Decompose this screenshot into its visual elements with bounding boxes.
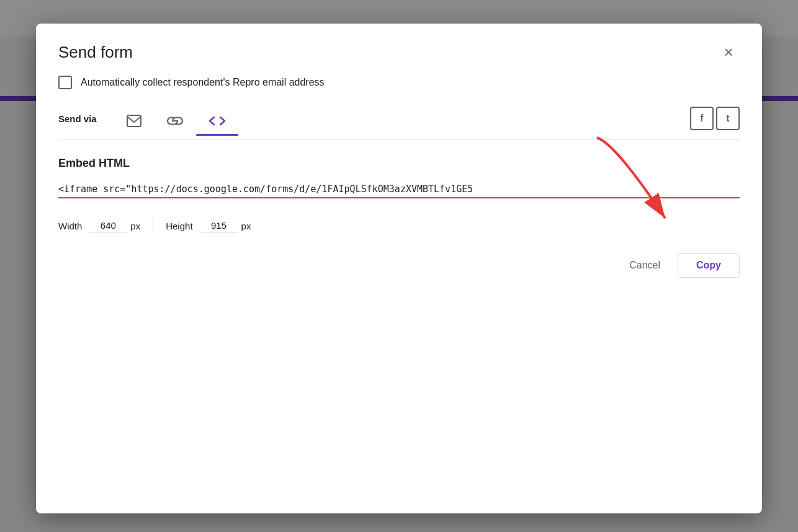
height-input[interactable] bbox=[200, 219, 238, 233]
width-input[interactable] bbox=[89, 219, 127, 233]
checkbox-row: Automatically collect respondent's Repro… bbox=[58, 76, 740, 89]
dimensions-row: Width px Height px bbox=[58, 218, 740, 233]
send-via-row: Send via bbox=[58, 107, 740, 140]
width-label: Width bbox=[58, 221, 82, 231]
modal-title: Send form bbox=[58, 43, 133, 62]
send-form-modal: Send form × Automatically collect respon… bbox=[36, 24, 762, 513]
tab-link[interactable] bbox=[154, 110, 196, 135]
width-unit: px bbox=[130, 221, 140, 231]
facebook-button[interactable]: f bbox=[690, 107, 714, 130]
send-via-label: Send via bbox=[58, 113, 97, 133]
cancel-button[interactable]: Cancel bbox=[617, 254, 673, 277]
close-button[interactable]: × bbox=[717, 41, 740, 63]
tab-embed[interactable] bbox=[196, 110, 238, 136]
embed-code-text: <iframe src="https://docs.google.com/for… bbox=[58, 184, 740, 198]
code-icon bbox=[208, 115, 226, 127]
facebook-icon: f bbox=[700, 113, 703, 124]
section-title: Embed HTML bbox=[58, 157, 740, 170]
height-label: Height bbox=[166, 221, 192, 231]
email-icon bbox=[127, 115, 141, 127]
twitter-button[interactable]: t bbox=[716, 107, 740, 130]
svg-rect-0 bbox=[127, 115, 141, 126]
twitter-icon: t bbox=[726, 113, 729, 124]
height-unit: px bbox=[241, 221, 251, 231]
content-section: Embed HTML <iframe src="https://docs.goo… bbox=[58, 140, 740, 278]
modal-header: Send form × bbox=[36, 24, 762, 76]
tab-email[interactable] bbox=[114, 110, 154, 136]
buttons-row: Cancel Copy bbox=[58, 253, 740, 278]
embed-code-row: <iframe src="https://docs.google.com/for… bbox=[58, 184, 740, 198]
social-buttons: f t bbox=[690, 107, 740, 139]
modal-body: Automatically collect respondent's Repro… bbox=[36, 76, 762, 513]
link-icon bbox=[166, 115, 184, 126]
copy-button[interactable]: Copy bbox=[678, 253, 740, 278]
send-via-tabs bbox=[114, 110, 690, 136]
email-checkbox[interactable] bbox=[58, 76, 72, 89]
checkbox-label: Automatically collect respondent's Repro… bbox=[81, 77, 325, 88]
dimension-separator bbox=[153, 218, 153, 233]
